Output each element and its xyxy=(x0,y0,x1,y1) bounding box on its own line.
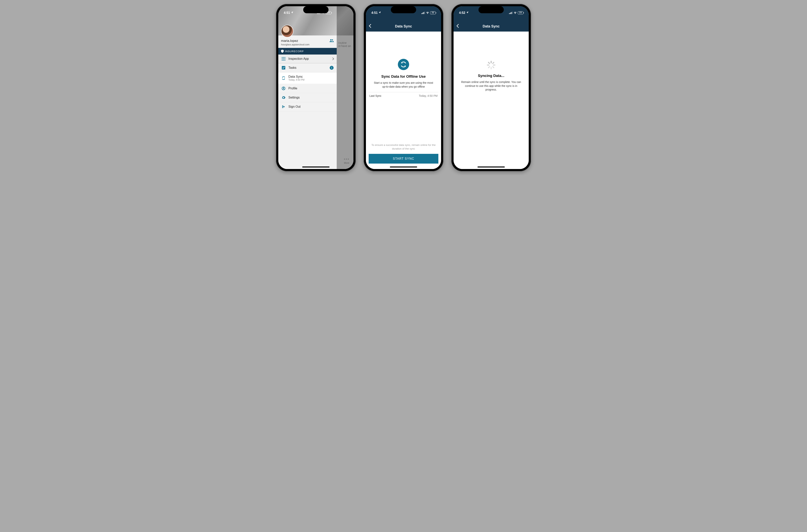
svg-rect-21 xyxy=(424,12,425,14)
group-icon[interactable] xyxy=(329,39,334,43)
home-indicator[interactable] xyxy=(478,167,505,168)
sync-heading: Sync Data for Offline Use xyxy=(372,74,435,79)
last-sync-row: Last Sync Today, 4:50 PM xyxy=(369,92,438,99)
grid-icon xyxy=(282,57,286,60)
phone-1-sidebar: routine ot have an ••• More 4:51 xyxy=(276,4,356,171)
cellular-icon xyxy=(421,12,425,14)
sidebar-item-signout[interactable]: Sign Out xyxy=(278,102,337,111)
svg-rect-8 xyxy=(285,57,285,58)
syncing-description: Remain online until the sync is complete… xyxy=(459,80,523,92)
tasks-badge: 1 xyxy=(330,66,333,70)
svg-rect-12 xyxy=(282,60,283,60)
sidebar-item-label: Sign Out xyxy=(288,105,333,109)
svg-rect-7 xyxy=(283,57,284,58)
svg-rect-14 xyxy=(285,60,285,60)
svg-rect-9 xyxy=(282,58,283,59)
status-time: 4:52 xyxy=(459,11,465,15)
svg-point-17 xyxy=(283,88,284,89)
dimmed-content-behind: routine ot have an xyxy=(337,37,353,169)
start-sync-button[interactable]: START SYNC xyxy=(369,154,438,164)
wifi-icon xyxy=(514,12,517,14)
gear-icon xyxy=(282,96,286,99)
avatar[interactable] xyxy=(281,25,293,37)
sidebar-item-profile[interactable]: Profile xyxy=(278,84,337,93)
back-button[interactable] xyxy=(456,24,459,29)
sync-icon-large xyxy=(398,59,409,70)
home-indicator[interactable] xyxy=(302,167,329,168)
checkbox-icon xyxy=(282,66,286,70)
svg-rect-13 xyxy=(283,60,284,60)
sidebar-item-label: Settings xyxy=(288,96,333,99)
user-name: maria.lopez xyxy=(281,39,309,43)
location-icon xyxy=(291,11,293,15)
svg-rect-10 xyxy=(283,58,284,59)
back-button[interactable] xyxy=(369,24,371,29)
svg-rect-24 xyxy=(511,12,512,14)
syncing-heading: Syncing Data... xyxy=(459,74,523,78)
status-time: 4:51 xyxy=(284,11,290,15)
more-dots-icon: ••• xyxy=(340,156,353,162)
sidebar-item-label: Tasks xyxy=(288,66,327,70)
svg-rect-20 xyxy=(423,12,424,14)
svg-rect-6 xyxy=(282,57,283,58)
sidebar-item-app-switcher[interactable]: Inspection App xyxy=(278,55,337,63)
sync-footer-note: To ensure a successful data sync, remain… xyxy=(369,143,438,151)
notch xyxy=(479,6,504,13)
sync-icon xyxy=(282,76,286,80)
sync-description: Start a sync to make sure you are using … xyxy=(372,81,435,89)
sidebar-item-settings[interactable]: Settings xyxy=(278,93,337,102)
svg-rect-19 xyxy=(422,13,423,14)
sidebar-item-data-sync[interactable]: Data Sync Today, 4:50 PM xyxy=(278,73,337,84)
svg-rect-23 xyxy=(510,13,511,14)
phone-2-data-sync: 4:51 77 Data Sync xyxy=(364,4,443,171)
user-host: hourglass.appiancloud.com xyxy=(281,43,309,46)
sidebar-item-label: Profile xyxy=(288,87,333,90)
svg-point-5 xyxy=(332,39,333,40)
svg-rect-25 xyxy=(512,12,513,14)
battery-icon: 77 xyxy=(518,11,523,14)
phone-3-syncing: 4:52 77 Data Sync xyxy=(451,4,531,171)
last-sync-label: Last Sync xyxy=(369,94,381,97)
sidebar: 4:51 77 xyxy=(278,6,337,169)
brand-bar: INSURECORP xyxy=(278,48,337,55)
spinner-icon xyxy=(487,61,495,69)
location-icon xyxy=(466,11,469,15)
battery-icon: 77 xyxy=(430,11,436,14)
last-sync-value: Today, 4:50 PM xyxy=(419,94,438,97)
sidebar-item-subtitle: Today, 4:50 PM xyxy=(288,78,333,81)
svg-rect-0 xyxy=(317,13,318,14)
profile-icon xyxy=(282,87,286,90)
svg-rect-22 xyxy=(509,13,510,14)
svg-rect-18 xyxy=(421,13,422,14)
chevron-right-icon xyxy=(332,57,333,60)
sidebar-item-label: Inspection App xyxy=(288,57,329,60)
notch xyxy=(391,6,416,13)
svg-rect-11 xyxy=(285,58,285,59)
status-time: 4:51 xyxy=(371,11,378,15)
wifi-icon xyxy=(426,12,429,14)
notch xyxy=(303,6,328,13)
svg-point-4 xyxy=(330,39,332,41)
toolbar-more[interactable]: ••• More xyxy=(340,156,353,164)
page-title: Data Sync xyxy=(483,24,500,28)
sidebar-item-tasks[interactable]: Tasks 1 xyxy=(278,63,337,73)
location-icon xyxy=(378,11,381,15)
page-title: Data Sync xyxy=(395,24,412,28)
cellular-icon xyxy=(509,12,513,14)
sidebar-item-label: Data Sync xyxy=(288,75,333,78)
signout-icon xyxy=(282,105,286,109)
home-indicator[interactable] xyxy=(390,167,417,168)
